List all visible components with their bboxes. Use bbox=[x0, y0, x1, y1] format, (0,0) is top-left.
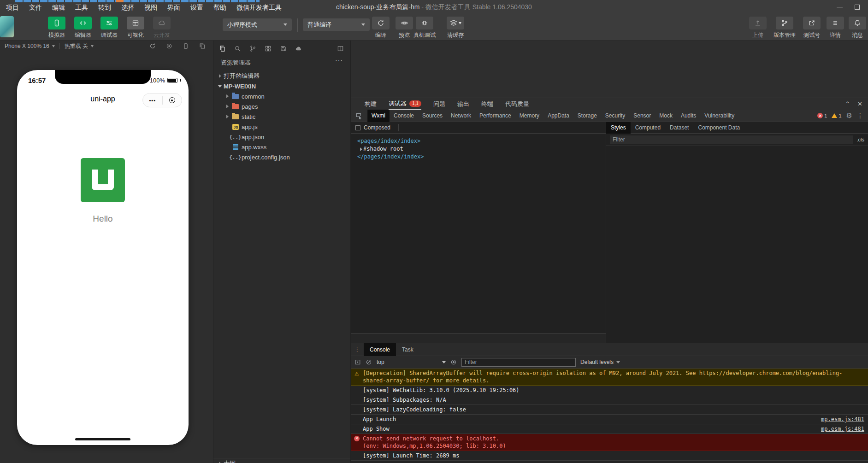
devtools-tab-memory[interactable]: Memory bbox=[515, 110, 543, 122]
dom-shadow-root[interactable]: #shadow-root bbox=[357, 145, 606, 153]
maximize-icon[interactable] bbox=[855, 5, 860, 10]
composed-checkbox[interactable] bbox=[355, 125, 360, 130]
tree-open-editors[interactable]: 打开的编辑器 bbox=[213, 71, 350, 81]
tree-root-mp-weixin[interactable]: MP-WEIXIN bbox=[213, 81, 350, 91]
sidebar-toggle-icon[interactable] bbox=[354, 359, 361, 365]
more-actions-icon[interactable]: ··· bbox=[335, 56, 343, 64]
devtools-tab-storage[interactable]: Storage bbox=[573, 110, 601, 122]
menu-tools[interactable]: 工具 bbox=[71, 2, 92, 13]
split-panel-icon[interactable] bbox=[337, 45, 344, 52]
source-control-icon[interactable] bbox=[249, 45, 256, 52]
phone-frame-icon[interactable] bbox=[183, 43, 189, 49]
menu-settings[interactable]: 设置 bbox=[186, 2, 207, 13]
log-levels-select[interactable]: Default levels bbox=[580, 359, 620, 365]
version-manage-button[interactable]: 版本管理 bbox=[772, 17, 797, 39]
cls-toggle[interactable]: .cls bbox=[857, 137, 865, 142]
upload-button[interactable]: 上传 bbox=[748, 17, 768, 39]
tab-dataset[interactable]: Dataset bbox=[665, 122, 693, 134]
menu-help[interactable]: 帮助 bbox=[209, 2, 230, 13]
clear-cache-button[interactable]: 清缓存 bbox=[444, 17, 467, 39]
menu-goto[interactable]: 转到 bbox=[94, 2, 115, 13]
test-account-button[interactable]: 测试号 bbox=[801, 17, 822, 39]
source-link[interactable]: mp.esm.js:481 bbox=[821, 425, 864, 433]
debugger-button[interactable]: 调试器 bbox=[99, 17, 120, 39]
device-debug-button[interactable]: 真机调试 bbox=[412, 17, 437, 39]
cloud-sync-icon[interactable] bbox=[295, 45, 302, 52]
devtools-tab-mock[interactable]: Mock bbox=[655, 110, 677, 122]
files-icon[interactable] bbox=[219, 45, 226, 52]
tree-file-appjs[interactable]: JS app.js bbox=[213, 122, 350, 132]
tab-build[interactable]: 构建 bbox=[365, 98, 377, 110]
menu-file[interactable]: 文件 bbox=[25, 2, 46, 13]
multi-window-icon[interactable] bbox=[199, 43, 206, 49]
tab-task[interactable]: Task bbox=[396, 343, 419, 356]
record-icon[interactable] bbox=[166, 43, 172, 49]
console-filter-input[interactable] bbox=[461, 358, 576, 367]
close-circle-button[interactable] bbox=[163, 97, 182, 103]
more-menu-button[interactable]: ••• bbox=[143, 98, 162, 103]
menu-wechat-devtools[interactable]: 微信开发者工具 bbox=[232, 2, 286, 13]
menu-project[interactable]: 项目 bbox=[2, 2, 23, 13]
user-avatar[interactable] bbox=[0, 16, 14, 37]
tab-output[interactable]: 输出 bbox=[457, 98, 469, 110]
details-button[interactable]: 详情 bbox=[826, 17, 844, 39]
preview-button[interactable]: 预览 bbox=[395, 17, 413, 39]
close-panel-icon[interactable]: ✕ bbox=[857, 100, 862, 107]
menu-interface[interactable]: 界面 bbox=[163, 2, 184, 13]
devtools-tab-console[interactable]: Console bbox=[390, 110, 418, 122]
console-prompt[interactable]: › bbox=[351, 461, 868, 463]
editor-button[interactable]: 编辑器 bbox=[72, 17, 94, 39]
tab-console[interactable]: Console bbox=[364, 343, 396, 356]
live-expression-eye-icon[interactable] bbox=[450, 359, 457, 365]
tab-component-data[interactable]: Component Data bbox=[693, 122, 744, 134]
source-link[interactable]: mp.esm.js:481 bbox=[821, 416, 864, 423]
menu-select[interactable]: 选择 bbox=[117, 2, 138, 13]
drag-handle-icon[interactable]: ⋮ bbox=[351, 346, 364, 353]
context-select[interactable]: top bbox=[377, 359, 446, 365]
visualize-button[interactable]: 可视化 bbox=[125, 17, 146, 39]
devtools-tab-wxml[interactable]: Wxml bbox=[367, 110, 390, 122]
extensions-icon[interactable] bbox=[265, 45, 272, 52]
devtools-tab-network[interactable]: Network bbox=[447, 110, 475, 122]
tab-code-quality[interactable]: 代码质量 bbox=[505, 98, 529, 110]
simulator-button[interactable]: 模拟器 bbox=[46, 17, 67, 39]
minimize-icon[interactable] bbox=[837, 7, 843, 7]
mode-select[interactable]: 小程序模式 bbox=[223, 18, 292, 31]
tree-file-projectconfig[interactable]: {..} project.config.json bbox=[213, 152, 350, 162]
devtools-tab-performance[interactable]: Performance bbox=[475, 110, 515, 122]
tab-styles[interactable]: Styles bbox=[606, 122, 631, 134]
search-icon[interactable] bbox=[234, 45, 241, 52]
compile-select[interactable]: 普通编译 bbox=[303, 18, 370, 31]
tab-problems[interactable]: 问题 bbox=[433, 98, 445, 110]
menu-edit[interactable]: 编辑 bbox=[48, 2, 69, 13]
tree-file-appwxss[interactable]: app.wxss bbox=[213, 142, 350, 152]
devtools-tab-appdata[interactable]: AppData bbox=[543, 110, 573, 122]
inspect-element-icon[interactable] bbox=[351, 110, 367, 122]
dom-open-tag[interactable]: <pages/index/index> bbox=[357, 137, 606, 145]
tree-folder-pages[interactable]: pages bbox=[213, 101, 350, 111]
tab-terminal[interactable]: 终端 bbox=[481, 98, 493, 110]
kebab-menu-icon[interactable]: ⋮ bbox=[857, 112, 863, 119]
tree-folder-static[interactable]: static bbox=[213, 111, 350, 122]
tab-computed[interactable]: Computed bbox=[631, 122, 665, 134]
clear-console-icon[interactable] bbox=[366, 359, 372, 365]
save-all-icon[interactable] bbox=[280, 45, 287, 52]
devtools-tab-security[interactable]: Security bbox=[601, 110, 629, 122]
outline-section[interactable]: 大纲 bbox=[213, 458, 350, 463]
messages-button[interactable]: 消息 bbox=[848, 17, 867, 39]
dom-close-tag[interactable]: </pages/index/index> bbox=[357, 153, 606, 161]
warning-count-badge[interactable]: 1 bbox=[832, 113, 841, 118]
menu-view[interactable]: 视图 bbox=[140, 2, 161, 13]
devtools-tab-audits[interactable]: Audits bbox=[677, 110, 700, 122]
devtools-tab-sources[interactable]: Sources bbox=[418, 110, 447, 122]
device-select[interactable]: Phone X 100% 16 bbox=[0, 43, 59, 49]
error-count-badge[interactable]: ✕ 1 bbox=[817, 113, 827, 118]
tree-file-appjson[interactable]: {..} app.json bbox=[213, 132, 350, 142]
cloud-dev-button[interactable]: 云开发 bbox=[151, 17, 172, 39]
devtools-tab-sensor[interactable]: Sensor bbox=[629, 110, 655, 122]
devtools-tab-vulnerability[interactable]: Vulnerability bbox=[700, 110, 738, 122]
compile-button[interactable]: 编译 bbox=[372, 17, 390, 39]
rotate-icon[interactable] bbox=[149, 43, 156, 49]
tab-debugger[interactable]: 调试器 1,1 bbox=[389, 98, 421, 110]
collapse-panel-icon[interactable]: ⌃ bbox=[845, 100, 850, 107]
